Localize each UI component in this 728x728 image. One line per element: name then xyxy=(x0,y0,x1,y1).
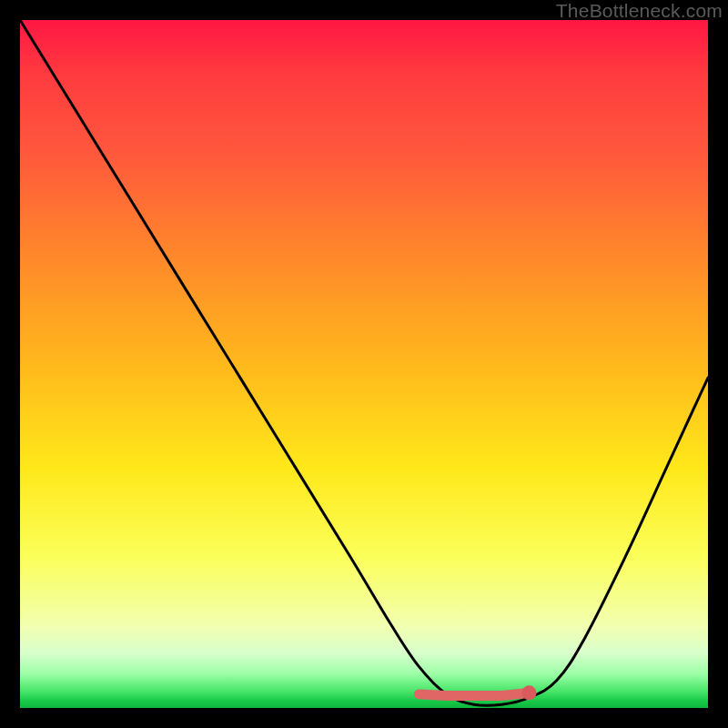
curve-svg xyxy=(20,20,708,708)
plot-area xyxy=(20,20,708,708)
flat-marker-endpoint xyxy=(521,685,536,700)
chart-frame: TheBottleneck.com xyxy=(0,0,728,728)
flat-marker-line xyxy=(419,693,529,695)
watermark-text: TheBottleneck.com xyxy=(556,0,723,22)
bottleneck-curve xyxy=(20,20,708,706)
